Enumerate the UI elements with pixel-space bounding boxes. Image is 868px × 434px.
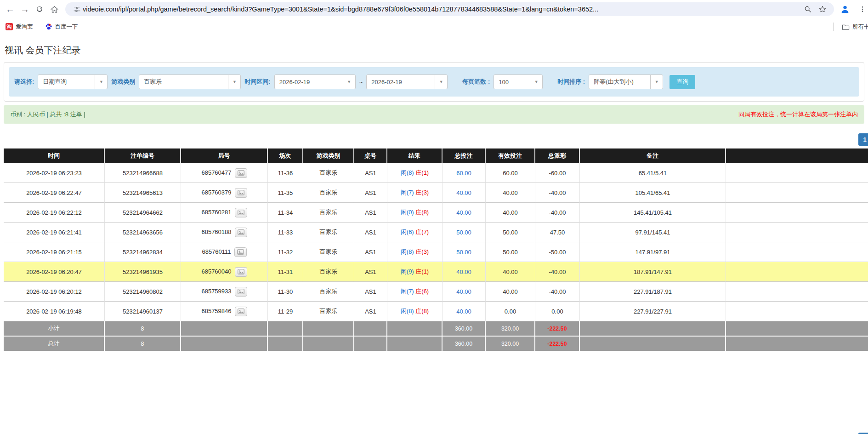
- round-image-icon[interactable]: [235, 168, 247, 178]
- chevron-down-icon: ▼: [650, 75, 663, 89]
- round-image-icon[interactable]: [235, 188, 247, 198]
- result-player: 闲(7): [401, 288, 414, 295]
- search-button[interactable]: 查询: [669, 75, 695, 89]
- cell-bet-id: 523214963656: [105, 223, 181, 242]
- cell-bet-id: 523214960802: [105, 282, 181, 302]
- cell-extra: [726, 282, 868, 302]
- home-button[interactable]: [47, 2, 62, 17]
- all-bookmarks-button[interactable]: 所有书签: [842, 23, 868, 31]
- home-icon: [50, 5, 59, 14]
- round-number: 685760188: [201, 228, 231, 235]
- chevron-down-icon: ▼: [343, 75, 355, 89]
- round-image-icon[interactable]: [235, 307, 247, 316]
- column-header-extra: [726, 148, 868, 163]
- bookmark-label: 百度一下: [55, 23, 78, 31]
- address-bar[interactable]: videoie.com/ipl/portal.php/game/betrecor…: [65, 2, 834, 16]
- total-bet-link[interactable]: 40.00: [456, 308, 471, 315]
- cell-payout: 0.00: [535, 302, 580, 321]
- filter-bar: 请选择: 日期查询 ▼ 游戏类别 百家乐 ▼ 时间区间: 2026-02-19 …: [9, 67, 859, 97]
- cell-table-no: AS1: [354, 302, 387, 321]
- total-bet-link[interactable]: 50.00: [456, 249, 471, 256]
- cell-round: 685760281: [181, 203, 268, 223]
- forward-button[interactable]: →: [17, 2, 32, 17]
- back-button[interactable]: ←: [3, 2, 17, 17]
- column-header: 桌号: [354, 148, 387, 163]
- zoom-icon[interactable]: [802, 3, 814, 15]
- menu-kebab-icon[interactable]: [855, 2, 868, 17]
- page-size-value: 100: [494, 75, 530, 89]
- sort-order-select[interactable]: 降幂(由大到小) ▼: [589, 74, 663, 89]
- round-image-icon[interactable]: [235, 287, 247, 297]
- total-bet-link[interactable]: 40.00: [456, 209, 471, 216]
- cell-session: 11-31: [268, 262, 303, 282]
- result-player: 闲(9): [401, 268, 414, 275]
- table-row: 2026-02-19 06:20:47 523214961935 6857600…: [4, 262, 868, 282]
- summary-notice: 同局有效投注，统一计算在该局第一张注单内: [738, 110, 858, 119]
- date-from-select[interactable]: 2026-02-19 ▼: [274, 74, 356, 89]
- cell-valid-bet: 40.00: [486, 262, 535, 282]
- cell-total-bet: 50.00: [443, 242, 486, 262]
- cell-extra: [726, 242, 868, 262]
- result-banker: 庄(3): [415, 248, 429, 255]
- round-image-icon[interactable]: [234, 247, 247, 257]
- all-bookmarks-label: 所有书签: [852, 23, 868, 31]
- cell-valid-bet: 50.00: [486, 242, 535, 262]
- reload-button[interactable]: [32, 2, 47, 17]
- total-bet-link[interactable]: 40.00: [456, 268, 471, 275]
- bookmark-star-icon[interactable]: [817, 3, 828, 15]
- total-bet-link[interactable]: 60.00: [456, 170, 471, 177]
- cell-valid-bet: 40.00: [486, 282, 535, 302]
- forward-icon: →: [20, 4, 29, 15]
- summary-bar: 币别 : 人民币 | 总共 :8 注单 | 同局有效投注，统一计算在该局第一张注…: [4, 105, 864, 124]
- select-label: 请选择:: [14, 78, 34, 86]
- cell-round: 685760040: [181, 262, 268, 282]
- round-number: 685760040: [201, 268, 231, 274]
- date-type-select[interactable]: 日期查询 ▼: [38, 74, 108, 89]
- bookmark-item-baidu[interactable]: 百度一下: [45, 23, 78, 31]
- cell-result: 闲(8) 庄(1): [387, 163, 443, 183]
- game-type-select[interactable]: 百家乐 ▼: [139, 74, 241, 89]
- site-settings-icon[interactable]: [71, 3, 83, 15]
- table-header-row: 时间注单编号局号场次游戏类别桌号结果总投注有效投注总派彩备注: [4, 148, 868, 163]
- chevron-down-icon: ▼: [95, 75, 107, 89]
- result-banker: 庄(3): [415, 189, 429, 196]
- bookmark-label: 爱淘宝: [16, 23, 33, 31]
- profile-avatar[interactable]: [838, 2, 852, 17]
- subtotal-label: 小计: [4, 321, 105, 337]
- cell-time: 2026-02-19 06:22:12: [4, 203, 105, 223]
- page-button-1[interactable]: 1: [858, 133, 868, 146]
- cell-time: 2026-02-19 06:20:47: [4, 262, 105, 282]
- cell-game: 百家乐: [303, 223, 354, 242]
- cell-game: 百家乐: [303, 163, 354, 183]
- cell-session: 11-33: [268, 223, 303, 242]
- table-body: 2026-02-19 06:23:23 523214966688 6857604…: [4, 163, 868, 321]
- date-to-value: 2026-02-19: [367, 75, 435, 89]
- cell-time: 2026-02-19 06:21:15: [4, 242, 105, 262]
- round-image-icon[interactable]: [235, 208, 247, 217]
- cell-bet-id: 523214960137: [105, 302, 181, 321]
- cell-round: 685760477: [181, 163, 268, 183]
- cell-remark: 187.91/147.91: [580, 262, 726, 282]
- date-range-label: 时间区间:: [244, 78, 270, 86]
- page-size-select[interactable]: 100 ▼: [494, 74, 543, 89]
- cell-result: 闲(8) 庄(8): [387, 302, 443, 321]
- total-bet-link[interactable]: 40.00: [456, 288, 471, 295]
- cell-total-bet: 40.00: [443, 203, 486, 223]
- cell-table-no: AS1: [354, 203, 387, 223]
- cell-result: 闲(7) 庄(6): [387, 282, 443, 302]
- round-image-icon[interactable]: [235, 267, 247, 277]
- date-to-select[interactable]: 2026-02-19 ▼: [366, 74, 448, 89]
- total-bet-link[interactable]: 50.00: [456, 229, 471, 236]
- total-bet-link[interactable]: 40.00: [456, 189, 471, 196]
- cell-session: 11-34: [268, 203, 303, 223]
- cell-table-no: AS1: [354, 223, 387, 242]
- cell-extra: [726, 163, 868, 183]
- subtotal-payout: -222.50: [535, 321, 580, 337]
- cell-bet-id: 523214962834: [105, 242, 181, 262]
- subtotal-total-bet: 360.00: [443, 321, 486, 337]
- bookmark-item-taobao[interactable]: 淘 爱淘宝: [6, 23, 33, 31]
- result-player: 闲(8): [401, 169, 414, 176]
- round-image-icon[interactable]: [235, 228, 247, 237]
- game-type-label: 游戏类别: [111, 78, 135, 86]
- table-row: 2026-02-19 06:21:15 523214962834 6857601…: [4, 242, 868, 262]
